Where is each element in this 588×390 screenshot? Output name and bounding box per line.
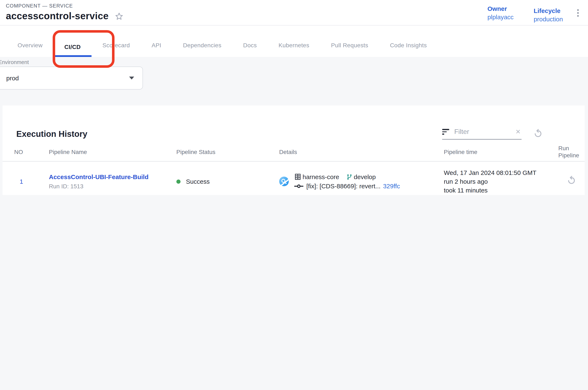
refresh-icon[interactable] — [533, 129, 543, 139]
tab-code-insights[interactable]: Code Insights — [379, 42, 437, 57]
execution-history-card: Execution History ✕ NO Pipeline Name Pip… — [2, 105, 585, 195]
repository-icon — [294, 173, 301, 180]
page: COMPONENT — SERVICE accesscontrol-servic… — [0, 0, 588, 195]
pipeline-time-gmt: Wed, 17 Jan 2024 08:01:50 GMT — [444, 168, 558, 177]
clear-filter-icon[interactable]: ✕ — [515, 128, 522, 136]
tab-docs[interactable]: Docs — [232, 42, 268, 57]
status-dot — [176, 179, 181, 184]
owner-label: Owner — [487, 5, 514, 12]
tab-bar: OverviewCI/CDScorecardAPIDependenciesDoc… — [0, 26, 588, 57]
favorite-star-icon[interactable] — [115, 11, 124, 21]
tab-kubernetes[interactable]: Kubernetes — [268, 42, 320, 57]
run-pipeline-icon[interactable] — [567, 176, 576, 185]
commit-hash-link[interactable]: 329ffc — [383, 183, 400, 190]
tab-dependencies[interactable]: Dependencies — [172, 42, 232, 57]
page-header: COMPONENT — SERVICE accesscontrol-servic… — [0, 0, 588, 26]
pipeline-name-link[interactable]: AccessControl-UBI-Feature-Build — [49, 173, 176, 180]
status-text: Success — [186, 178, 210, 185]
lifecycle-label: Lifecycle — [534, 7, 563, 14]
section-title: Execution History — [16, 129, 87, 142]
col-run-pipeline: Run Pipeline — [558, 145, 585, 159]
pipeline-duration: took 11 minutes — [444, 186, 558, 195]
table-body: 1 AccessControl-UBI-Feature-Build Run ID… — [2, 161, 585, 195]
owner-block: Owner plplayacc — [487, 5, 514, 21]
run-id: Run ID: 1513 — [49, 183, 176, 190]
entity-kind-label: COMPONENT — SERVICE — [6, 3, 124, 9]
environment-select[interactable]: prod — [0, 67, 143, 90]
branch-name: develop — [354, 173, 376, 180]
filter-input-wrap: ✕ — [442, 128, 522, 140]
chevron-down-icon — [129, 77, 134, 80]
pipeline-time-ago: run 2 hours ago — [444, 177, 558, 186]
owner-link[interactable]: plplayacc — [487, 13, 514, 20]
tab-pull-requests[interactable]: Pull Requests — [320, 42, 379, 57]
col-no: NO — [14, 148, 49, 155]
filter-input[interactable] — [453, 128, 515, 136]
environment-label: Environment — [0, 59, 29, 65]
git-commit-icon — [294, 183, 303, 189]
repository-name: harness-core — [303, 173, 339, 180]
more-menu-icon[interactable] — [575, 5, 581, 21]
lifecycle-link[interactable]: production — [534, 15, 563, 23]
commit-message: [fix]: [CDS-88669]: revert... — [306, 183, 381, 190]
lifecycle-block: Lifecycle production — [534, 7, 563, 23]
environment-selected-value: prod — [6, 74, 19, 82]
tab-overview[interactable]: Overview — [7, 42, 53, 57]
filter-icon — [442, 129, 449, 135]
table-header: NO Pipeline Name Pipeline Status Details… — [2, 142, 585, 161]
table-row: 1 AccessControl-UBI-Feature-Build Run ID… — [2, 161, 585, 195]
col-pipeline-time: Pipeline time — [444, 148, 558, 155]
row-number: 1 — [14, 178, 23, 185]
tab-api[interactable]: API — [141, 42, 172, 57]
col-pipeline-status: Pipeline Status — [176, 148, 279, 155]
environment-section: Environment prod — [0, 57, 588, 105]
col-pipeline-name: Pipeline Name — [49, 148, 176, 155]
col-details: Details — [279, 148, 444, 155]
page-title: accesscontrol-service — [6, 10, 109, 22]
execution-icon[interactable] — [279, 177, 289, 186]
git-branch-icon — [346, 173, 353, 180]
tab-ci-cd[interactable]: CI/CD — [53, 44, 91, 57]
tab-scorecard[interactable]: Scorecard — [91, 42, 141, 57]
